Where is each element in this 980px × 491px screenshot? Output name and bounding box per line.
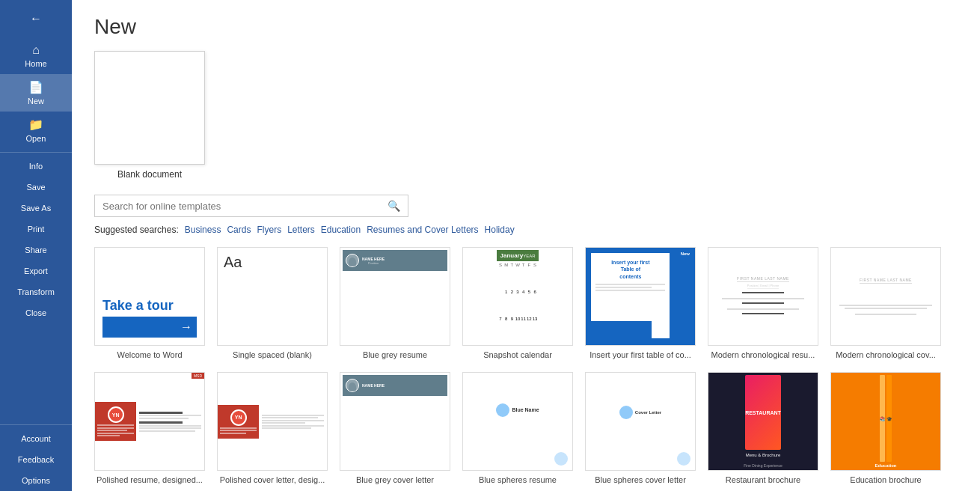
template-thumbnail: FIRST NAME LAST NAME Position | Email | … — [708, 247, 818, 346]
sidebar-options-label: Options — [22, 476, 50, 485]
template-thumbnail: YN — [94, 372, 205, 471]
sidebar-item-transform[interactable]: Transform — [0, 281, 72, 302]
suggested-searches: Suggested searches: Business Cards Flyer… — [94, 225, 958, 235]
sidebar-transform-label: Transform — [17, 287, 55, 296]
template-single-spaced[interactable]: Aa Single spaced (blank) — [217, 247, 328, 360]
search-section: 🔍 — [94, 195, 958, 217]
sidebar-save-label: Save — [26, 183, 45, 192]
sidebar-item-feedback[interactable]: Feedback — [0, 449, 72, 470]
suggested-letters[interactable]: Letters — [287, 225, 315, 235]
template-blue-spheres-cover[interactable]: Cover Letter Blue spheres cover letter — [585, 372, 696, 485]
sidebar-back-button[interactable]: ← — [0, 6, 72, 31]
template-education-brochure[interactable]: 📚 🎓 Education Education brochure — [830, 372, 941, 485]
template-label: Polished cover letter, desig... — [217, 475, 328, 485]
template-blue-spheres-resume[interactable]: Blue Name Blue spheres resume — [462, 372, 573, 485]
sidebar-close-label: Close — [25, 308, 46, 317]
sidebar-saveas-label: Save As — [21, 204, 51, 213]
template-grid: Take a tour → Welcome to Word Aa Single … — [94, 247, 958, 491]
sidebar-open-label: Open — [26, 134, 46, 143]
template-table-of-contents[interactable]: Insert your firstTable ofcontents New In… — [585, 247, 696, 360]
template-label: Blue spheres resume — [462, 475, 573, 485]
sidebar-item-export[interactable]: Export — [0, 260, 72, 281]
sidebar-feedback-label: Feedback — [18, 455, 54, 464]
template-thumbnail: Take a tour → — [94, 247, 205, 346]
search-icon: 🔍 — [388, 200, 400, 212]
search-input[interactable] — [95, 196, 380, 216]
new-icon: 📄 — [28, 80, 43, 94]
template-label: Polished resume, designed... — [94, 475, 205, 485]
suggested-education[interactable]: Education — [321, 225, 361, 235]
template-blue-grey-cover[interactable]: NAME HERE Blue grey cover letter — [340, 372, 450, 485]
template-thumbnail: RESTAURANT Menu & Brochure Fine Dining E… — [708, 372, 818, 471]
search-button[interactable]: 🔍 — [380, 195, 408, 216]
sidebar-home-label: Home — [25, 59, 46, 68]
template-polished-resume[interactable]: YN — [94, 372, 205, 485]
suggested-resumes[interactable]: Resumes and Cover Letters — [367, 225, 478, 235]
back-icon: ← — [30, 12, 42, 25]
template-modern-chron-cover[interactable]: FIRST NAME LAST NAME Modern chronologica… — [830, 247, 941, 360]
template-thumbnail: January YEAR S M T W T F S 1 2 3 4 5 — [462, 247, 573, 346]
template-thumbnail: NAME HERE — [340, 372, 450, 471]
template-label: Modern chronological cov... — [830, 350, 941, 360]
template-thumbnail: Blue Name — [462, 372, 573, 471]
sidebar-info-label: Info — [29, 162, 43, 171]
search-bar: 🔍 — [94, 195, 408, 217]
template-snapshot-calendar[interactable]: January YEAR S M T W T F S 1 2 3 4 5 — [462, 247, 573, 360]
sidebar-item-save-as[interactable]: Save As — [0, 198, 72, 219]
blank-doc-thumbnail — [94, 51, 205, 165]
template-label: Insert your first table of co... — [585, 350, 696, 360]
sidebar: ← ⌂ Home 📄 New 📁 Open Info Save Save As … — [0, 0, 72, 491]
blank-doc-label: Blank document — [94, 169, 205, 180]
sidebar-item-save[interactable]: Save — [0, 177, 72, 198]
sidebar-item-new[interactable]: 📄 New — [0, 74, 72, 112]
template-polished-cover[interactable]: YN Polished cover lett — [217, 372, 328, 485]
template-thumbnail: NAME HERE Position — [340, 247, 450, 346]
sidebar-item-share[interactable]: Share — [0, 240, 72, 260]
template-label: Restaurant brochure — [708, 475, 818, 485]
template-restaurant-brochure[interactable]: RESTAURANT Menu & Brochure Fine Dining E… — [708, 372, 818, 485]
template-thumbnail: YN — [217, 372, 328, 471]
sidebar-item-options[interactable]: Options — [0, 470, 72, 491]
template-thumbnail: Cover Letter — [585, 372, 696, 471]
template-thumbnail: Aa — [217, 247, 328, 346]
suggested-cards[interactable]: Cards — [227, 225, 251, 235]
template-label: Blue grey cover letter — [340, 475, 450, 485]
sidebar-item-home[interactable]: ⌂ Home — [0, 37, 72, 74]
sidebar-print-label: Print — [28, 225, 45, 234]
home-icon: ⌂ — [32, 43, 40, 57]
sidebar-item-info[interactable]: Info — [0, 156, 72, 177]
sidebar-item-print[interactable]: Print — [0, 219, 72, 240]
sidebar-item-open[interactable]: 📁 Open — [0, 112, 72, 149]
page-title: New — [94, 15, 958, 39]
suggested-label: Suggested searches: — [94, 225, 179, 235]
template-blue-grey-resume[interactable]: NAME HERE Position Blue grey resume — [340, 247, 450, 360]
suggested-holiday[interactable]: Holiday — [485, 225, 515, 235]
open-icon: 📁 — [28, 118, 43, 132]
suggested-flyers[interactable]: Flyers — [257, 225, 281, 235]
sidebar-item-account[interactable]: Account — [0, 428, 72, 449]
blank-doc-section: Blank document — [94, 51, 958, 180]
suggested-business[interactable]: Business — [185, 225, 221, 235]
template-welcome-to-word[interactable]: Take a tour → Welcome to Word — [94, 247, 205, 360]
template-label: Education brochure — [830, 475, 941, 485]
sidebar-export-label: Export — [24, 266, 48, 275]
template-thumbnail: 📚 🎓 Education — [830, 372, 941, 471]
sidebar-account-label: Account — [21, 434, 51, 443]
main-content: New Blank document 🔍 Suggested searches:… — [72, 0, 980, 491]
blank-doc-card[interactable]: Blank document — [94, 51, 205, 180]
template-label: Single spaced (blank) — [217, 350, 328, 360]
template-label: Welcome to Word — [94, 350, 205, 360]
template-label: Blue spheres cover letter — [585, 475, 696, 485]
template-label: Blue grey resume — [340, 350, 450, 360]
sidebar-share-label: Share — [25, 246, 46, 254]
sidebar-item-close[interactable]: Close — [0, 302, 72, 323]
template-label: Snapshot calendar — [462, 350, 573, 360]
template-thumbnail: FIRST NAME LAST NAME — [830, 247, 941, 346]
template-thumbnail: Insert your firstTable ofcontents New — [585, 247, 696, 346]
template-label: Modern chronological resu... — [708, 350, 818, 360]
sidebar-new-label: New — [28, 97, 44, 106]
template-modern-chron-resume[interactable]: FIRST NAME LAST NAME Position | Email | … — [708, 247, 818, 360]
